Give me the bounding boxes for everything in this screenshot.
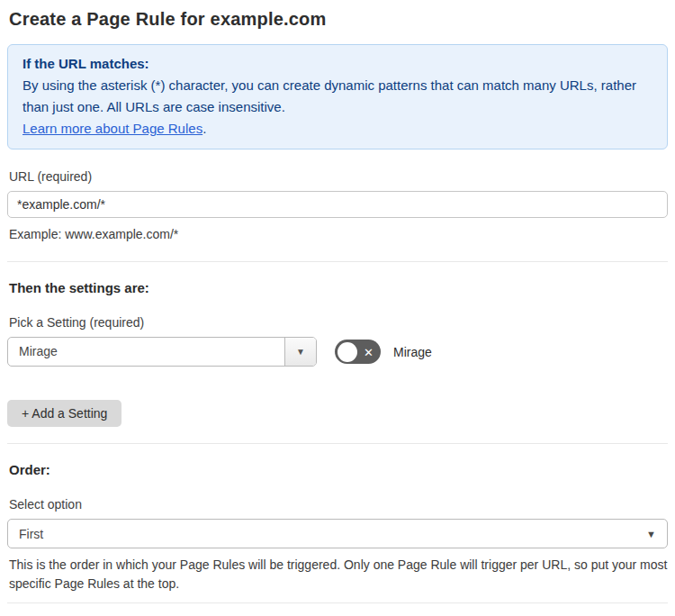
order-select-label: Select option bbox=[9, 497, 668, 512]
order-helper-text: This is the order in which your Page Rul… bbox=[9, 556, 668, 593]
divider bbox=[7, 602, 668, 603]
setting-row: Mirage ▼ ✕ Mirage bbox=[7, 337, 668, 367]
url-input[interactable] bbox=[7, 191, 668, 218]
order-section-heading: Order: bbox=[9, 462, 668, 477]
info-box-link-line: Learn more about Page Rules. bbox=[22, 118, 652, 140]
divider bbox=[7, 261, 668, 262]
url-match-info-box: If the URL matches: By using the asteris… bbox=[7, 44, 668, 149]
pick-setting-value: Mirage bbox=[8, 338, 284, 366]
mirage-toggle-label: Mirage bbox=[393, 345, 432, 359]
url-field-label: URL (required) bbox=[9, 169, 668, 184]
chevron-down-icon: ▼ bbox=[646, 529, 656, 539]
toggle-knob bbox=[338, 342, 357, 362]
add-setting-button[interactable]: + Add a Setting bbox=[7, 400, 122, 427]
toggle-off-x-icon: ✕ bbox=[364, 346, 374, 358]
page-rule-form: Create a Page Rule for example.com If th… bbox=[0, 0, 675, 616]
order-dropdown[interactable]: First ▼ bbox=[7, 519, 668, 548]
mirage-toggle[interactable]: ✕ bbox=[335, 340, 381, 364]
pick-setting-label: Pick a Setting (required) bbox=[9, 315, 668, 330]
learn-more-link[interactable]: Learn more about Page Rules bbox=[22, 121, 202, 136]
link-suffix: . bbox=[202, 121, 206, 136]
order-dropdown-value: First bbox=[19, 527, 646, 541]
chevron-down-icon: ▼ bbox=[296, 347, 305, 357]
page-title: Create a Page Rule for example.com bbox=[9, 9, 668, 30]
dropdown-arrow-button[interactable]: ▼ bbox=[284, 338, 316, 366]
url-example-helper: Example: www.example.com/* bbox=[9, 225, 668, 244]
divider bbox=[7, 443, 668, 444]
info-box-body: By using the asterisk (*) character, you… bbox=[22, 75, 652, 118]
pick-setting-dropdown[interactable]: Mirage ▼ bbox=[7, 337, 317, 367]
info-box-heading: If the URL matches: bbox=[22, 53, 652, 75]
settings-section-heading: Then the settings are: bbox=[9, 280, 668, 295]
